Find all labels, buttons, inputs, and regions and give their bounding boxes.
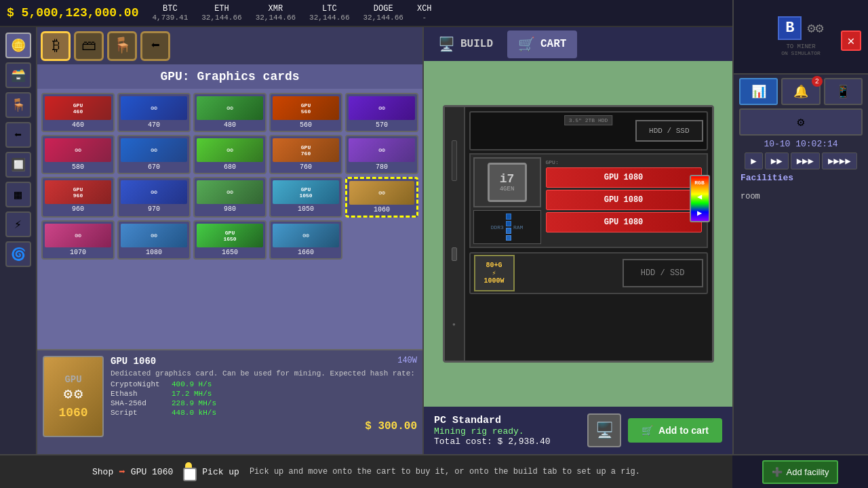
facilities-section: room [734,186,868,207]
pc-main: 3.5" 2TB HDD HDD / SSD i7 4GEN [465,107,712,361]
gpu-card-570[interactable]: ⚙⚙ 570 [345,93,418,132]
gpu-card-760[interactable]: GPU760 760 [269,135,342,174]
hash-row-sha256d: SHA-256d 228.9 MH/s [111,399,417,407]
sidebar-power-icon[interactable]: ⚡ [5,211,31,237]
drive-bays [452,140,457,181]
gpu-card-680[interactable]: ⚙⚙ 680 [193,135,267,174]
pc-case: ● 3.5" 2TB HDD HDD / SSD i7 [443,105,714,363]
gpu-slot-2: GPU 1080 [546,190,702,210]
brand-subtitle: TO MINERON SIMULATOR [781,43,821,57]
add-to-cart-button[interactable]: 🛒 Add to cart [628,418,722,443]
gpu-card-670[interactable]: ⚙⚙ 670 [117,135,191,174]
settings-icon[interactable]: ⚙️ [739,108,863,136]
gpu-card-1050[interactable]: GPU1050 1050 [269,177,342,218]
add-facility-button[interactable]: ➕ Add facility [762,460,839,484]
sidebar-chair-icon[interactable]: 🪑 [5,92,31,118]
hash-table: CryptoNight 400.9 H/s Ethash 17.2 MH/s S… [111,380,417,417]
detail-price: $ 300.00 [111,420,417,432]
main-area: 🪙 🗃️ 🪑 ⬅ 🔲 ▦ ⚡ 🌀 ₿ 🗃 🪑 ⬅ GPU: Graphics c… [0,27,732,454]
pc-status: Mining rig ready. [434,426,580,436]
gpu-card-960[interactable]: GPU960 960 [41,177,115,218]
room-item: room [741,190,861,203]
faster-btn[interactable]: ▶▶▶ [791,152,820,169]
cart-icon: 🛒 [518,36,535,53]
xch-ticker: XCH - [417,4,432,22]
stats-icon[interactable]: 📊 [739,78,778,105]
algo-label: SHA-256d [111,399,165,407]
sidebar-cooling-icon[interactable]: 🌀 [5,241,31,267]
xmr-ticker: XMR 32,144.66 [256,4,296,22]
eth-ticker: ETH 32,144.66 [201,4,241,22]
pickup-cursor-icon [183,462,197,481]
psu-hdd-label: HDD / SSD [623,259,703,287]
fastest-btn[interactable]: ▶▶▶▶ [822,152,857,169]
cpu-gen: 4GEN [500,186,515,192]
gpu-slot-1: GPU 1080 [546,167,702,188]
gpu-card-780[interactable]: ⚙⚙ 780 [345,135,418,174]
left-sidebar: 🪙 🗃️ 🪑 ⬅ 🔲 ▦ ⚡ 🌀 [0,27,37,454]
gpu-card-460[interactable]: GPU460 460 [41,93,115,132]
cart-icon-btn: 🛒 [642,425,653,436]
brand-logo-b: B [778,16,802,40]
gpu-card-480[interactable]: ⚙⚙ 480 [193,93,267,132]
sidebar-cpu-icon[interactable]: 🔲 [5,152,31,178]
tab-hdd[interactable]: 🗃 [74,31,104,61]
gpu-card-560[interactable]: GPU560 560 [269,93,342,132]
gpu-card-1660[interactable]: ⚙⚙ 1660 [269,220,342,260]
pc-cost: Total cost: $ 2,938.40 [434,436,580,447]
btc-ticker: BTC 4,739.41 [152,4,188,22]
hdd-top-label: HDD / SSD [635,120,703,142]
close-button[interactable]: ✕ [841,30,861,51]
detail-gpu-model: 1060 [58,406,87,420]
gpu-card-980[interactable]: ⚙⚙ 980 [193,177,267,218]
notification-badge: 2 [812,76,823,87]
right-icons-row1: 📊 🔔 2 📱 [739,78,863,105]
pc-info: PC Standard Mining rig ready. Total cost… [424,407,732,454]
tab-build[interactable]: 🖥️ BUILD [427,30,504,58]
gpu-card-1080[interactable]: ⚙⚙ 1080 [117,220,191,260]
gpu-card-970[interactable]: ⚙⚙ 970 [117,177,191,218]
pc-name: PC Standard [434,415,580,426]
gpu-slot-3: GPU 1080 [546,212,702,232]
breadcrumb-arrow-icon: ➡ [119,465,125,479]
fast-btn[interactable]: ▶▶ [765,152,789,169]
cpu-label: i7 [500,172,515,186]
right-icons-row2: ⚙️ [739,108,863,136]
gpu-grid: GPU460 460 ⚙⚙ 470 ⚙⚙ 480 GPU560 560 ⚙⚙ 5… [37,89,422,264]
sidebar-shop-icon[interactable]: 🪙 [5,33,31,58]
gpu-card-580[interactable]: ⚙⚙ 580 [41,135,115,174]
mobile-icon[interactable]: 📱 [824,78,863,105]
hash-row-script: Script 448.0 kH/s [111,409,417,417]
brand-gears-icon: ⚙⚙ [807,20,823,37]
doge-ticker: DOGE 32,144.66 [363,4,403,22]
notifications-icon[interactable]: 🔔 2 [781,78,820,105]
shop-title: GPU: Graphics cards [37,64,422,89]
ddr-label: DDR3 [491,224,504,230]
build-tabs: 🖥️ BUILD 🛒 CART [424,27,732,61]
sidebar-ram-icon[interactable]: ▦ [5,182,31,207]
pickup-area: Pick up [183,462,239,481]
pc-info-text: PC Standard Mining rig ready. Total cost… [434,415,580,447]
ram-stick-3 [506,228,511,234]
psu-badge: 80+G⚡1000W [474,255,515,291]
play-btn[interactable]: ▶ [745,152,762,169]
tab-cart[interactable]: 🛒 CART [507,30,577,58]
detail-description: Dedicated graphics card. Can be used for… [111,369,417,378]
sidebar-hdd-icon[interactable]: 🗃️ [5,62,31,88]
gpu-card-1060[interactable]: ⚙⚙ 1060 [345,177,418,218]
sidebar-back-icon[interactable]: ⬅ [5,122,31,148]
tab-bitcoin[interactable]: ₿ [41,31,71,61]
money-display: $ 5,000,123,000.00 [7,6,138,20]
gpu-card-1650[interactable]: GPU1650 1650 [193,220,267,260]
server-icon-button[interactable]: 🖥️ [587,413,621,447]
gpu-card-1070[interactable]: ⚙⚙ 1070 [41,220,115,260]
rgb-label: RGB [694,180,704,186]
tab-chair[interactable]: 🪑 [107,31,137,61]
detail-gpu-image: GPU ⚙ ⚙ 1060 [43,356,104,437]
tab-back[interactable]: ⬅ [140,31,170,61]
shop-panel: ₿ 🗃 🪑 ⬅ GPU: Graphics cards GPU460 460 ⚙… [37,27,424,454]
hdd-badge: 3.5" 2TB HDD [564,115,613,125]
detail-panel: GPU ⚙ ⚙ 1060 GPU 1060 140W Dedicated gra… [37,349,422,454]
pc-side-panel: ● [445,107,465,361]
gpu-card-470[interactable]: ⚙⚙ 470 [117,93,191,132]
